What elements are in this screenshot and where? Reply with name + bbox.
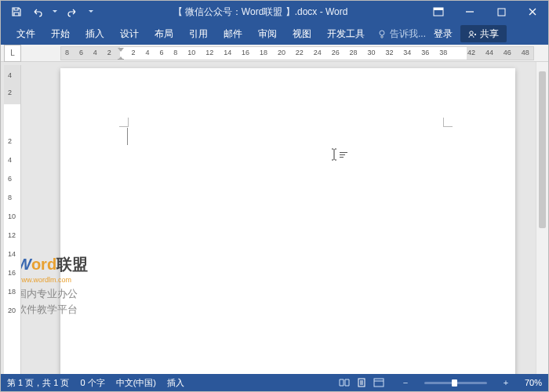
- print-layout-button[interactable]: [354, 376, 369, 389]
- tab-layout[interactable]: 布局: [147, 23, 181, 45]
- ruler-tick: 46: [504, 49, 511, 56]
- margin-corner-tr: [443, 118, 453, 127]
- page[interactable]: Word联盟 www.wordlm.com 国内专业办公 软件教学平台: [60, 68, 515, 374]
- close-button[interactable]: [517, 1, 548, 23]
- tab-home[interactable]: 开始: [43, 23, 78, 45]
- watermark-url: www.wordlm.com: [21, 275, 88, 285]
- scrollbar-thumb[interactable]: [539, 71, 546, 228]
- document-title: 【 微信公众号：Word联盟 】.docx - Word: [98, 5, 423, 19]
- tab-references[interactable]: 引用: [181, 23, 216, 45]
- login-button[interactable]: 登录: [426, 27, 460, 41]
- watermark: Word联盟 www.wordlm.com 国内专业办公 软件教学平台: [21, 253, 88, 317]
- text-cursor: [127, 128, 128, 145]
- share-button[interactable]: 共享: [460, 25, 507, 42]
- zoom-out-button[interactable]: −: [398, 376, 413, 389]
- ruler-tick: 26: [332, 49, 340, 56]
- ruler-tick: 14: [224, 49, 231, 56]
- zoom-level[interactable]: 70%: [525, 378, 542, 387]
- zoom-slider-thumb[interactable]: [452, 379, 457, 387]
- svg-rect-2: [498, 9, 505, 16]
- undo-dropdown-icon[interactable]: [48, 9, 62, 15]
- watermark-line2: 软件教学平台: [21, 303, 88, 317]
- share-label: 共享: [480, 27, 499, 41]
- ruler-tick: 12: [205, 49, 213, 56]
- ruler-tick: 48: [522, 49, 529, 56]
- workspace: 422468101214161820 Word联盟 www.wordlm.com…: [1, 62, 548, 374]
- window-controls: [423, 1, 548, 23]
- ribbon-display-button[interactable]: [423, 1, 454, 23]
- tab-view[interactable]: 视图: [285, 23, 319, 45]
- svg-rect-1: [434, 8, 443, 10]
- ruler-tick: 8: [65, 49, 69, 56]
- ruler-tick: 42: [467, 49, 475, 56]
- ruler-tick: 6: [8, 175, 12, 183]
- ruler-tick: 18: [8, 288, 16, 296]
- ruler-tick: 2: [107, 49, 111, 56]
- status-page[interactable]: 第 1 页，共 1 页: [7, 377, 69, 389]
- svg-point-4: [470, 31, 473, 34]
- ruler-tick: 10: [187, 49, 195, 56]
- svg-rect-6: [374, 379, 384, 387]
- ruler-tick: 38: [439, 49, 447, 56]
- ruler-tick: 28: [350, 49, 358, 56]
- web-layout-button[interactable]: [371, 376, 387, 389]
- margin-corner-tl: [119, 118, 129, 127]
- ruler-tick: 2: [132, 49, 136, 56]
- redo-button[interactable]: [64, 2, 82, 21]
- quick-access-toolbar: [1, 2, 98, 21]
- ruler-tick: 20: [278, 49, 285, 56]
- ruler-tick: 14: [8, 250, 16, 258]
- ruler-tick: 10: [8, 212, 16, 220]
- tab-selector[interactable]: L: [4, 45, 21, 62]
- vertical-ruler[interactable]: 422468101214161820: [4, 65, 21, 374]
- tab-insert[interactable]: 插入: [78, 23, 112, 45]
- lightbulb-icon: [377, 29, 387, 38]
- ruler-tick: 2: [8, 137, 12, 145]
- tab-file[interactable]: 文件: [9, 23, 43, 45]
- tab-mailings[interactable]: 邮件: [216, 23, 250, 45]
- watermark-line1: 国内专业办公: [21, 287, 88, 301]
- undo-button[interactable]: [27, 2, 46, 21]
- status-insert-mode[interactable]: 插入: [167, 377, 184, 389]
- ruler-tick: 4: [8, 156, 12, 164]
- ruler-tick: 12: [8, 231, 16, 239]
- tab-design[interactable]: 设计: [112, 23, 147, 45]
- minimize-button[interactable]: [454, 1, 485, 23]
- ruler-tick: 44: [485, 49, 493, 56]
- status-word-count[interactable]: 0 个字: [80, 377, 104, 389]
- title-bar: 【 微信公众号：Word联盟 】.docx - Word: [1, 1, 548, 23]
- tell-me-search[interactable]: 告诉我...: [377, 27, 426, 41]
- save-button[interactable]: [7, 2, 26, 21]
- tab-review[interactable]: 审阅: [250, 23, 285, 45]
- ruler-row: L 86422468101214161820222426283032343638…: [1, 45, 548, 62]
- tab-developer[interactable]: 开发工具: [319, 23, 373, 45]
- document-area[interactable]: Word联盟 www.wordlm.com 国内专业办公 软件教学平台: [21, 62, 536, 374]
- ibeam-cursor-icon: [331, 148, 347, 161]
- ruler-top-margin: [4, 65, 20, 104]
- ruler-tick: 16: [242, 49, 249, 56]
- ruler-tick: 8: [173, 49, 177, 56]
- ruler-tick: 24: [314, 49, 322, 56]
- horizontal-ruler[interactable]: 8642246810121416182022242628303234363842…: [60, 46, 534, 60]
- tell-me-label: 告诉我...: [390, 27, 426, 41]
- maximize-button[interactable]: [485, 1, 517, 23]
- ruler-tick: 30: [368, 49, 376, 56]
- read-mode-button[interactable]: [336, 376, 352, 389]
- ribbon-tabs: 文件 开始 插入 设计 布局 引用 邮件 审阅 视图 开发工具 告诉我... 登…: [1, 23, 548, 45]
- ruler-tick: 6: [159, 49, 163, 56]
- first-line-indent-icon[interactable]: [117, 47, 125, 60]
- svg-point-3: [380, 31, 384, 35]
- ruler-tick: 8: [8, 194, 12, 201]
- zoom-in-button[interactable]: +: [498, 376, 514, 389]
- ruler-tick: 4: [93, 49, 97, 56]
- ruler-tick: 36: [421, 49, 429, 56]
- ruler-tick: 6: [79, 49, 83, 56]
- vertical-scrollbar[interactable]: [536, 62, 548, 374]
- status-bar: 第 1 页，共 1 页 0 个字 中文(中国) 插入 − + 70%: [1, 374, 548, 391]
- ruler-tick: 34: [403, 49, 411, 56]
- zoom-slider[interactable]: [424, 382, 487, 384]
- ruler-tick: 18: [260, 49, 267, 56]
- watermark-logo: Word联盟: [21, 253, 88, 275]
- qat-customize-icon[interactable]: [84, 9, 98, 15]
- status-language[interactable]: 中文(中国): [116, 377, 156, 389]
